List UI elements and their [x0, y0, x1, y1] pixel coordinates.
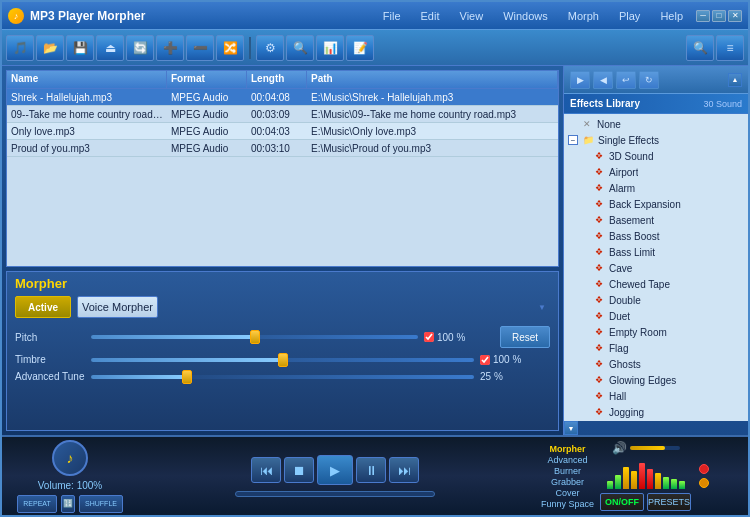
toolbar-btn-6[interactable]: ➕ [156, 35, 184, 61]
next-button[interactable]: ⏭ [389, 457, 419, 483]
pitch-slider[interactable] [91, 335, 418, 339]
effects-double-node[interactable]: ❖ Double [566, 292, 746, 308]
active-button[interactable]: Active [15, 296, 71, 318]
morpher-menu-burner[interactable]: Burner [554, 466, 581, 476]
toolbar-btn-10[interactable]: 🔍 [286, 35, 314, 61]
menu-edit[interactable]: Edit [418, 9, 443, 23]
effects-flag-node[interactable]: ❖ Flag [566, 340, 746, 356]
effects-duet-node[interactable]: ❖ Duet [566, 308, 746, 324]
effects-scroll-up[interactable]: ▲ [728, 73, 742, 87]
toolbar-btn-search[interactable]: 🔍 [686, 35, 714, 61]
prev-button[interactable]: ⏮ [251, 457, 281, 483]
timbre-checkbox[interactable] [480, 355, 490, 365]
advanced-tune-thumb[interactable] [182, 370, 192, 384]
progress-bar[interactable] [235, 491, 435, 497]
pitch-slider-row: Pitch 100 % Reset [15, 326, 550, 348]
minimize-button[interactable]: ─ [696, 10, 710, 22]
playlist-row[interactable]: Shrek - Hallelujah.mp3 MPEG Audio 00:04:… [7, 89, 558, 106]
menu-view[interactable]: View [457, 9, 487, 23]
effects-3d-sound-node[interactable]: ❖ 3D Sound [566, 148, 746, 164]
timbre-thumb[interactable] [278, 353, 288, 367]
toolbar-btn-2[interactable]: 📂 [36, 35, 64, 61]
effects-tree[interactable]: ✕ None − 📁 Single Effects ❖ 3D Sound [564, 114, 748, 421]
effects-none-node[interactable]: ✕ None [566, 116, 746, 132]
effects-icon-btn-2[interactable]: ◀ [593, 71, 613, 89]
reset-button[interactable]: Reset [500, 326, 550, 348]
effects-bass-boost-node[interactable]: ❖ Bass Boost [566, 228, 746, 244]
morpher-top-row: Active Voice Morpher ▼ [15, 296, 550, 318]
toolbar-btn-11[interactable]: 📊 [316, 35, 344, 61]
volume-track[interactable] [630, 446, 680, 450]
playlist-row[interactable]: 09--Take me home country road.mp3 MPEG A… [7, 106, 558, 123]
pitch-thumb[interactable] [250, 330, 260, 344]
playlist-row[interactable]: Only love.mp3 MPEG Audio 00:04:03 E:\Mus… [7, 123, 558, 140]
toolbar-btn-7[interactable]: ➖ [186, 35, 214, 61]
timbre-slider[interactable] [91, 358, 474, 362]
orange-dot-1[interactable] [699, 478, 709, 488]
toolbar-btn-5[interactable]: 🔄 [126, 35, 154, 61]
menu-play[interactable]: Play [616, 9, 643, 23]
morpher-title: Morpher [15, 276, 67, 291]
effects-glowing-edges-node[interactable]: ❖ Glowing Edges [566, 372, 746, 388]
effects-icon-btn-1[interactable]: ▶ [570, 71, 590, 89]
toolbar-btn-1[interactable]: 🎵 [6, 35, 34, 61]
cell-path: E:\Music\09--Take me home country road.m… [307, 109, 558, 120]
morpher-preset-select[interactable]: Voice Morpher [77, 296, 158, 318]
presets-button[interactable]: PRESETS [647, 493, 691, 511]
toolbar-btn-9[interactable]: ⚙ [256, 35, 284, 61]
morpher-menu-morpher[interactable]: Morpher [549, 444, 585, 454]
stop-button[interactable]: ⏹ [284, 457, 314, 483]
shuffle-button[interactable]: 🔢 [61, 495, 75, 513]
effects-chewed-tape-node[interactable]: ❖ Chewed Tape [566, 276, 746, 292]
pitch-fill [91, 335, 255, 339]
effects-jogging-node[interactable]: ❖ Jogging [566, 404, 746, 420]
effects-airport-node[interactable]: ❖ Airport [566, 164, 746, 180]
title-bar: ♪ MP3 Player Morpher File Edit View Wind… [2, 2, 748, 30]
effects-ghosts-node[interactable]: ❖ Ghosts [566, 356, 746, 372]
eq-bar-9 [671, 479, 677, 489]
effects-back-expansion-node[interactable]: ❖ Back Expansion [566, 196, 746, 212]
main-window: ♪ MP3 Player Morpher File Edit View Wind… [0, 0, 750, 517]
effects-icon-btn-3[interactable]: ↩ [616, 71, 636, 89]
toolbar-btn-4[interactable]: ⏏ [96, 35, 124, 61]
playlist-area: Name Format Length Path Shrek - Halleluj… [6, 70, 559, 267]
menu-morph[interactable]: Morph [565, 9, 602, 23]
effects-single-effects-node[interactable]: − 📁 Single Effects [566, 132, 746, 148]
morpher-menu-cover[interactable]: Cover [555, 488, 579, 498]
toolbar-btn-8[interactable]: 🔀 [216, 35, 244, 61]
toolbar-btn-12[interactable]: 📝 [346, 35, 374, 61]
effect-label: Alarm [609, 183, 635, 194]
effects-icon-btn-4[interactable]: ↻ [639, 71, 659, 89]
red-dot-1[interactable] [699, 464, 709, 474]
morpher-menu-advanced[interactable]: Advanced [547, 455, 587, 465]
morpher-menu-funny-space[interactable]: Funny Space [541, 499, 594, 509]
morpher-controls: Active Voice Morpher ▼ Pitch [7, 272, 558, 396]
toolbar-btn-3[interactable]: 💾 [66, 35, 94, 61]
effects-basement-node[interactable]: ❖ Basement [566, 212, 746, 228]
playlist-row[interactable]: Proud of you.mp3 MPEG Audio 00:03:10 E:\… [7, 140, 558, 157]
advanced-tune-slider[interactable] [91, 375, 474, 379]
pause-button[interactable]: ⏸ [356, 457, 386, 483]
repeat-button[interactable]: REPEAT [17, 495, 57, 513]
expand-single-effects[interactable]: − [568, 135, 578, 145]
menu-help[interactable]: Help [657, 9, 686, 23]
close-button[interactable]: ✕ [728, 10, 742, 22]
effect-label: Bass Limit [609, 247, 655, 258]
toolbar-btn-list[interactable]: ≡ [716, 35, 744, 61]
onoff-button[interactable]: ON/OFF [600, 493, 644, 511]
effects-hall-node[interactable]: ❖ Hall [566, 388, 746, 404]
pitch-checkbox[interactable] [424, 332, 434, 342]
pitch-value-area: 100 % [424, 332, 494, 343]
shuffle-number-button[interactable]: SHUFFLE [79, 495, 123, 513]
effects-scroll-down[interactable]: ▼ [564, 421, 578, 435]
menu-file[interactable]: File [380, 9, 404, 23]
effects-title-bar: Effects Library 30 Sound [564, 94, 748, 114]
effects-empty-room-node[interactable]: ❖ Empty Room [566, 324, 746, 340]
morpher-menu-grabber[interactable]: Grabber [551, 477, 584, 487]
play-button[interactable]: ▶ [317, 455, 353, 485]
effects-alarm-node[interactable]: ❖ Alarm [566, 180, 746, 196]
menu-windows[interactable]: Windows [500, 9, 551, 23]
effects-cave-node[interactable]: ❖ Cave [566, 260, 746, 276]
effects-bass-limit-node[interactable]: ❖ Bass Limit [566, 244, 746, 260]
maximize-button[interactable]: □ [712, 10, 726, 22]
